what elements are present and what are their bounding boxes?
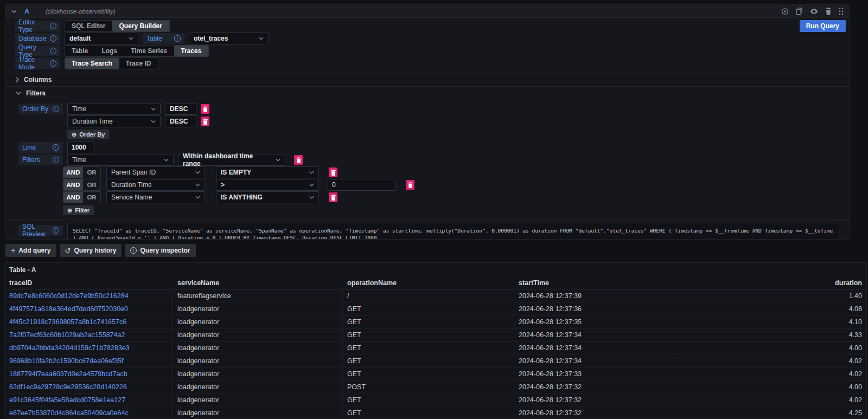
query-builder-option[interactable]: Query Builder [112, 21, 169, 31]
table-select[interactable]: otel_traces [189, 33, 269, 44]
info-icon[interactable] [53, 106, 59, 112]
results-table-panel: Table - A traceID serviceName operationN… [4, 262, 867, 419]
order-by-direction-select[interactable]: DESC [165, 103, 196, 115]
info-icon[interactable] [50, 23, 56, 29]
collapse-chevron-down-icon[interactable] [11, 10, 17, 13]
chevron-down-icon [195, 183, 200, 186]
table-row: db9704a2bbda34204d159c71b78283e3 loadgen… [5, 342, 866, 355]
filter-field-select[interactable]: Service Name [106, 191, 205, 203]
sql-editor-option[interactable]: SQL Editor [65, 21, 112, 31]
column-header-service-name[interactable]: serviceName [173, 277, 343, 289]
trash-icon [331, 170, 336, 176]
table-row: e67ee7b53870d4c864ca50409ca0e64c loadgen… [5, 407, 866, 419]
trash-icon [203, 119, 208, 125]
filter-operator-select[interactable]: Within dashboard time range [178, 154, 285, 166]
info-icon[interactable] [53, 227, 59, 234]
add-query-button[interactable]: Add query [5, 244, 56, 257]
info-icon[interactable] [53, 157, 59, 163]
query-inspector-button[interactable]: Query inspector [125, 244, 195, 257]
trace-id-option[interactable]: Trace ID [119, 58, 158, 69]
limit-input[interactable] [67, 141, 93, 153]
dot-circle-icon[interactable] [781, 8, 789, 15]
order-by-field-select[interactable]: Time [67, 103, 161, 115]
column-header-trace-id[interactable]: traceID [5, 277, 173, 289]
trace-id-link[interactable]: db9704a2bbda34204d159c71b78283e3 [9, 344, 130, 352]
order-by-direction-select[interactable]: DESC [165, 115, 196, 127]
filter-field-select[interactable]: Duration Time [106, 179, 205, 191]
query-type-traces[interactable]: Traces [174, 46, 208, 56]
filter-field-select[interactable]: Parent Span ID [106, 166, 205, 178]
query-type-time-series[interactable]: Time Series [124, 46, 174, 56]
column-header-operation-name[interactable]: operationName [343, 277, 514, 289]
info-icon[interactable] [53, 144, 59, 151]
and-option[interactable]: AND [63, 167, 83, 178]
filter-field-select[interactable]: Time [67, 154, 174, 166]
service-name-cell: loadgenerator [173, 303, 343, 315]
and-option[interactable]: AND [63, 192, 83, 203]
query-type-logs[interactable]: Logs [95, 46, 124, 56]
remove-order-by-button[interactable] [201, 117, 209, 126]
query-ref-id: A [24, 8, 29, 15]
and-option[interactable]: AND [63, 179, 83, 190]
filter-operator-select[interactable]: IS ANYTHING [216, 191, 319, 203]
remove-filter-button[interactable] [329, 167, 337, 177]
panel-title[interactable]: Table - A [5, 263, 866, 277]
trace-id-cell: 7a2f07ecf63c60b1029ab2ac155874a2 [5, 329, 173, 341]
start-time-cell: 2024-06-28 12:37:36 [514, 303, 673, 315]
remove-filter-button[interactable] [329, 192, 337, 202]
info-circle-icon [130, 247, 137, 254]
column-header-duration[interactable]: duration [673, 277, 866, 289]
info-icon[interactable] [50, 35, 56, 42]
add-order-by-button[interactable]: Order By [67, 130, 109, 139]
or-option[interactable]: OR [83, 192, 100, 203]
chevron-down-icon [129, 37, 133, 40]
trace-id-link[interactable]: e91c3645f04fa5e58adcd0758e1ea127 [9, 396, 125, 404]
trace-id-link[interactable]: 4f45c21918c73698057a8b1c741657c6 [9, 318, 126, 326]
query-type-table[interactable]: Table [65, 46, 95, 56]
or-option[interactable]: OR [83, 167, 100, 178]
order-by-field-select[interactable]: Duration Time [67, 115, 161, 127]
trace-id-link[interactable]: 1887794f7eaa6037d0e2a4579bcd7acb [9, 370, 127, 378]
run-query-button[interactable]: Run Query [800, 20, 846, 32]
query-type-row: Query Type Table Logs Time Series Traces [6, 45, 849, 57]
query-history-button[interactable]: Query history [60, 244, 122, 257]
grafana-explore-page: A (clickhouse-observability) Editor Type… [0, 0, 868, 419]
start-time-cell: 2024-06-28 12:37:32 [514, 381, 673, 394]
sql-preview-code: SELECT "TraceId" as traceID, "ServiceNam… [67, 223, 839, 240]
remove-order-by-button[interactable] [201, 104, 209, 114]
order-by-row-1: Order By Time DESC [6, 103, 849, 115]
trace-id-link[interactable]: 96968b10fa2b2c1590bc67dea06ef35f [9, 357, 124, 365]
trace-id-link[interactable]: 62df1ec9a29728c9e29536c20d140226 [9, 383, 127, 391]
limit-row: Limit [6, 141, 849, 153]
duration-cell: 4.25 [673, 407, 866, 419]
filter-value-input[interactable] [328, 179, 396, 191]
info-icon[interactable] [50, 60, 56, 67]
add-filter-button[interactable]: Filter [63, 205, 94, 215]
start-time-cell: 2024-06-28 12:37:33 [514, 368, 673, 381]
service-name-cell: loadgenerator [173, 381, 343, 394]
filters-section-header[interactable]: Filters [6, 86, 849, 100]
operation-name-cell: GET [343, 342, 514, 354]
trash-icon[interactable] [825, 8, 832, 15]
trace-search-option[interactable]: Trace Search [65, 58, 119, 69]
info-icon[interactable] [50, 48, 56, 54]
remove-filter-button[interactable] [406, 180, 414, 190]
column-header-start-time[interactable]: startTime [514, 277, 673, 289]
trace-id-link[interactable]: e67ee7b53870d4c864ca50409ca0e64c [9, 409, 129, 417]
trace-id-link[interactable]: 7a2f07ecf63c60b1029ab2ac155874a2 [9, 331, 125, 339]
filter-operator-select[interactable]: > [216, 179, 319, 191]
trace-id-link[interactable]: 89dc7e8c6060c0d12de7e9b50c216284 [9, 292, 129, 300]
copy-query-icon[interactable] [796, 8, 803, 15]
drag-handle-icon[interactable] [839, 8, 844, 15]
database-select[interactable]: default [65, 33, 138, 44]
filter-operator-select[interactable]: IS EMPTY [216, 166, 319, 178]
trace-id-cell: 1887794f7eaa6037d0e2a4579bcd7acb [5, 368, 173, 381]
or-option[interactable]: OR [83, 179, 100, 190]
columns-section-header[interactable]: Columns [6, 73, 849, 86]
remove-filter-button[interactable] [294, 155, 303, 165]
limit-label: Limit [18, 142, 63, 153]
info-icon[interactable] [174, 35, 181, 42]
trace-id-link[interactable]: 4f497571a618e364ed7ded60752030e0 [9, 305, 128, 313]
operation-name-cell: GET [343, 303, 514, 315]
eye-icon[interactable] [810, 8, 818, 15]
